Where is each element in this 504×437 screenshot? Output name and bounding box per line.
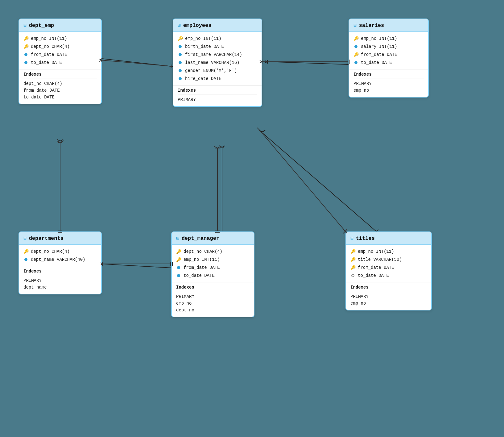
field-text: to_date DATE	[184, 273, 215, 278]
index-item: dept_name	[23, 284, 97, 291]
table-header-dept-manager: ⊞ dept_manager	[172, 232, 254, 245]
field-employees-4: last_name VARCHAR(16)	[173, 59, 262, 67]
field-dept-emp-4: to_date DATE	[19, 59, 101, 67]
table-fields-dept-manager: 🔑 dept_no CHAR(4) 🔑 emp_no INT(11) from_…	[172, 245, 254, 282]
svg-line-30	[262, 133, 376, 231]
index-item: PRIMARY	[176, 293, 250, 300]
field-salaries-2: salary INT(11)	[349, 43, 428, 51]
svg-line-20	[219, 146, 222, 147]
dot-icon	[178, 68, 183, 73]
svg-line-33	[262, 130, 265, 132]
field-employees-5: gender ENUM('M','F')	[173, 67, 262, 75]
dot-icon	[23, 52, 28, 57]
table-departments[interactable]: ⊞ departments 🔑 dept_no CHAR(4) dept_nam…	[19, 231, 102, 294]
table-indexes-departments: Indexes PRIMARY dept_name	[19, 266, 101, 294]
field-dept-manager-1: 🔑 dept_no CHAR(4)	[172, 248, 254, 256]
svg-line-14	[57, 139, 60, 141]
field-text: from_date DATE	[31, 52, 67, 57]
field-text: emp_no INT(11)	[185, 36, 221, 41]
field-dept-manager-2: 🔑 emp_no INT(11)	[172, 256, 254, 264]
field-text: from_date DATE	[184, 265, 220, 270]
field-text: birth_date DATE	[185, 44, 224, 49]
indexes-label: Indexes	[353, 72, 424, 78]
svg-line-36	[102, 60, 172, 66]
index-item: from_date DATE	[23, 87, 97, 94]
field-text: emp_no INT(11)	[184, 257, 220, 262]
key-icon: 🔑	[353, 52, 358, 57]
table-fields-employees: 🔑 emp_no INT(11) birth_date DATE first_n…	[173, 32, 262, 85]
svg-line-66	[259, 130, 345, 231]
dot-icon	[178, 76, 183, 81]
field-salaries-4: to_date DATE	[349, 59, 428, 67]
field-employees-2: birth_date DATE	[173, 43, 262, 51]
field-text: gender ENUM('M','F')	[185, 68, 237, 73]
dot-icon	[23, 257, 28, 262]
field-dept-manager-3: from_date DATE	[172, 264, 254, 272]
table-icon-employees: ⊞	[178, 22, 181, 28]
field-salaries-1: 🔑 emp_no INT(11)	[349, 35, 428, 43]
field-text: emp_no INT(11)	[31, 36, 67, 41]
table-icon-departments: ⊞	[23, 235, 27, 241]
svg-line-69	[257, 128, 261, 131]
key-icon: 🔑	[176, 249, 181, 254]
field-text: from_date DATE	[361, 52, 397, 57]
table-indexes-dept-manager: Indexes PRIMARY emp_no dept_no	[172, 282, 254, 317]
table-indexes-dept-emp: Indexes dept_no CHAR(4) from_date DATE t…	[19, 69, 101, 104]
field-text: dept_no CHAR(4)	[31, 249, 70, 254]
table-dept-manager[interactable]: ⊞ dept_manager 🔑 dept_no CHAR(4) 🔑 emp_n…	[171, 231, 254, 317]
field-employees-3: first_name VARCHAR(14)	[173, 51, 262, 59]
dot-icon	[178, 60, 183, 65]
svg-line-24	[102, 264, 182, 268]
index-item: PRIMARY	[178, 96, 257, 103]
field-text: emp_no INT(11)	[361, 36, 397, 41]
table-icon-salaries: ⊞	[353, 22, 357, 28]
indexes-label: Indexes	[23, 269, 97, 275]
field-dept-emp-1: 🔑 emp_no INT(11)	[19, 35, 101, 43]
field-employees-1: 🔑 emp_no INT(11)	[173, 35, 262, 43]
field-text: dept_name VARCHAR(40)	[31, 257, 85, 262]
field-departments-1: 🔑 dept_no CHAR(4)	[19, 248, 101, 256]
indexes-label: Indexes	[178, 88, 257, 94]
table-titles[interactable]: ⊞ titles 🔑 emp_no INT(11) 🔑 title VARCHA…	[345, 231, 432, 310]
table-title-titles: titles	[356, 235, 375, 241]
field-text: to_date DATE	[31, 60, 62, 65]
field-text: salary INT(11)	[361, 44, 397, 49]
svg-line-51	[60, 141, 64, 143]
dot-empty-icon	[350, 273, 355, 278]
svg-line-56	[214, 146, 217, 148]
field-employees-6: hire_date DATE	[173, 75, 262, 83]
indexes-label: Indexes	[176, 285, 250, 291]
table-indexes-employees: Indexes PRIMARY	[173, 85, 262, 106]
field-text: to_date DATE	[358, 273, 389, 278]
indexes-label: Indexes	[350, 285, 427, 291]
svg-line-8	[265, 61, 267, 62]
index-item: emp_no	[176, 300, 250, 307]
table-title-departments: departments	[29, 235, 64, 241]
key-icon: 🔑	[23, 44, 28, 49]
table-salaries[interactable]: ⊞ salaries 🔑 emp_no INT(11) salary INT(1…	[349, 19, 429, 98]
index-item: dept_no CHAR(4)	[23, 80, 97, 87]
index-item: PRIMARY	[353, 80, 424, 87]
table-header-departments: ⊞ departments	[19, 232, 101, 245]
dot-icon	[176, 265, 181, 270]
field-dept-manager-4: to_date DATE	[172, 272, 254, 280]
field-text: dept_no CHAR(4)	[31, 44, 70, 49]
table-dept-emp[interactable]: ⊞ dept_emp 🔑 emp_no INT(11) 🔑 dept_no CH…	[19, 19, 102, 104]
table-header-dept-emp: ⊞ dept_emp	[19, 19, 101, 32]
index-item: emp_no	[353, 87, 424, 94]
dot-icon	[353, 60, 358, 65]
table-title-dept-emp: dept_emp	[29, 23, 54, 28]
key-icon: 🔑	[23, 36, 28, 41]
svg-line-6	[268, 62, 358, 65]
field-departments-2: dept_name VARCHAR(40)	[19, 256, 101, 264]
table-fields-dept-emp: 🔑 emp_no INT(11) 🔑 dept_no CHAR(4) from_…	[19, 32, 101, 69]
diagram-canvas: ⊞ dept_emp 🔑 emp_no INT(11) 🔑 dept_no CH…	[0, 0, 504, 437]
table-employees[interactable]: ⊞ employees 🔑 emp_no INT(11) birth_date …	[173, 19, 262, 107]
dot-icon	[178, 52, 183, 57]
field-text: dept_no CHAR(4)	[184, 249, 222, 254]
field-text: hire_date DATE	[185, 76, 221, 81]
field-dept-emp-2: 🔑 dept_no CHAR(4)	[19, 43, 101, 51]
index-item: emp_no	[350, 300, 427, 307]
dot-icon	[176, 273, 181, 278]
key-icon: 🔑	[350, 249, 355, 254]
